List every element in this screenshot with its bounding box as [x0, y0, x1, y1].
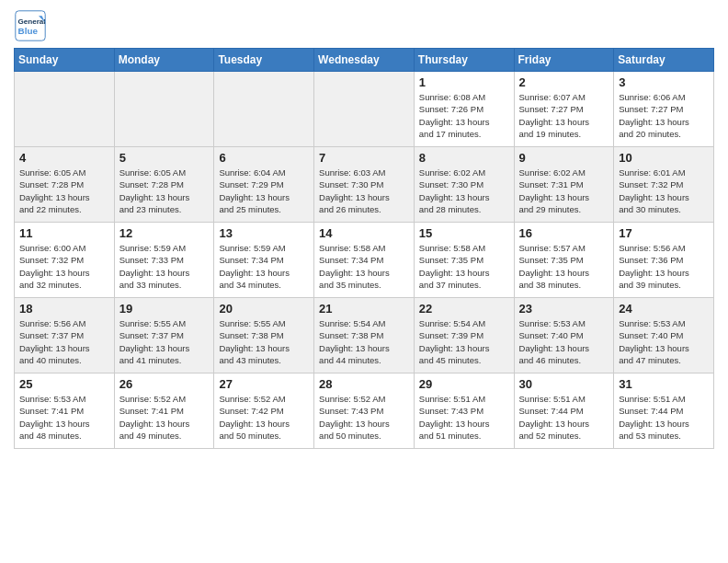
day-number: 20: [219, 302, 309, 316]
day-number: 10: [619, 151, 709, 165]
calendar-cell: 21Sunrise: 5:54 AM Sunset: 7:38 PM Dayli…: [314, 298, 415, 373]
calendar-body: 1Sunrise: 6:08 AM Sunset: 7:26 PM Daylig…: [15, 72, 714, 449]
day-number: 5: [119, 151, 210, 165]
weekday-tuesday: Tuesday: [214, 49, 314, 72]
day-number: 22: [419, 302, 509, 316]
week-row-2: 11Sunrise: 6:00 AM Sunset: 7:32 PM Dayli…: [15, 223, 714, 298]
day-info: Sunrise: 5:59 AM Sunset: 7:34 PM Dayligh…: [219, 242, 309, 291]
day-info: Sunrise: 6:02 AM Sunset: 7:30 PM Dayligh…: [419, 167, 509, 215]
calendar-cell: 3Sunrise: 6:06 AM Sunset: 7:27 PM Daylig…: [614, 72, 714, 147]
calendar-cell: 4Sunrise: 6:05 AM Sunset: 7:28 PM Daylig…: [15, 147, 115, 223]
weekday-sunday: Sunday: [15, 49, 115, 72]
day-info: Sunrise: 5:55 AM Sunset: 7:38 PM Dayligh…: [219, 317, 309, 366]
day-number: 31: [619, 377, 709, 391]
calendar-cell: 16Sunrise: 5:57 AM Sunset: 7:35 PM Dayli…: [514, 223, 614, 298]
day-info: Sunrise: 5:51 AM Sunset: 7:43 PM Dayligh…: [419, 393, 509, 442]
calendar-cell: 11Sunrise: 6:00 AM Sunset: 7:32 PM Dayli…: [15, 223, 115, 298]
day-number: 4: [19, 151, 109, 165]
page-container: General Blue SundayMondayTuesdayWednesda…: [0, 0, 728, 458]
logo-icon: General Blue: [14, 9, 47, 42]
week-row-1: 4Sunrise: 6:05 AM Sunset: 7:28 PM Daylig…: [15, 147, 714, 223]
day-info: Sunrise: 5:53 AM Sunset: 7:41 PM Dayligh…: [19, 393, 109, 442]
calendar-cell: 30Sunrise: 5:51 AM Sunset: 7:44 PM Dayli…: [514, 373, 614, 449]
day-info: Sunrise: 5:53 AM Sunset: 7:40 PM Dayligh…: [519, 317, 609, 366]
day-number: 29: [419, 377, 509, 391]
day-number: 1: [419, 75, 509, 89]
calendar-cell: 12Sunrise: 5:59 AM Sunset: 7:33 PM Dayli…: [114, 223, 214, 298]
calendar-cell: 20Sunrise: 5:55 AM Sunset: 7:38 PM Dayli…: [214, 298, 314, 373]
calendar-cell: 8Sunrise: 6:02 AM Sunset: 7:30 PM Daylig…: [414, 147, 514, 223]
day-info: Sunrise: 5:56 AM Sunset: 7:36 PM Dayligh…: [619, 242, 709, 291]
calendar-cell: 13Sunrise: 5:59 AM Sunset: 7:34 PM Dayli…: [214, 223, 314, 298]
calendar-cell: 24Sunrise: 5:53 AM Sunset: 7:40 PM Dayli…: [614, 298, 714, 373]
calendar-cell: 27Sunrise: 5:52 AM Sunset: 7:42 PM Dayli…: [214, 373, 314, 449]
day-info: Sunrise: 5:52 AM Sunset: 7:43 PM Dayligh…: [319, 393, 409, 442]
calendar-cell: 1Sunrise: 6:08 AM Sunset: 7:26 PM Daylig…: [414, 72, 514, 147]
calendar-cell: 22Sunrise: 5:54 AM Sunset: 7:39 PM Dayli…: [414, 298, 514, 373]
week-row-3: 18Sunrise: 5:56 AM Sunset: 7:37 PM Dayli…: [15, 298, 714, 373]
day-number: 23: [519, 302, 609, 316]
day-info: Sunrise: 5:54 AM Sunset: 7:39 PM Dayligh…: [419, 317, 509, 366]
calendar-cell: 29Sunrise: 5:51 AM Sunset: 7:43 PM Dayli…: [414, 373, 514, 449]
day-number: 2: [519, 75, 609, 89]
weekday-wednesday: Wednesday: [314, 49, 415, 72]
calendar-cell: 25Sunrise: 5:53 AM Sunset: 7:41 PM Dayli…: [15, 373, 115, 449]
day-number: 30: [519, 377, 609, 391]
calendar-cell: 5Sunrise: 6:05 AM Sunset: 7:28 PM Daylig…: [114, 147, 214, 223]
day-info: Sunrise: 5:56 AM Sunset: 7:37 PM Dayligh…: [19, 317, 109, 366]
day-number: 12: [119, 226, 210, 240]
weekday-row: SundayMondayTuesdayWednesdayThursdayFrid…: [15, 49, 714, 72]
day-number: 18: [19, 302, 109, 316]
day-number: 11: [19, 226, 109, 240]
day-info: Sunrise: 6:07 AM Sunset: 7:27 PM Dayligh…: [519, 91, 609, 140]
calendar-cell: 6Sunrise: 6:04 AM Sunset: 7:29 PM Daylig…: [214, 147, 314, 223]
calendar-cell: 14Sunrise: 5:58 AM Sunset: 7:34 PM Dayli…: [314, 223, 415, 298]
calendar-cell: [15, 72, 115, 147]
day-number: 8: [419, 151, 509, 165]
day-info: Sunrise: 5:58 AM Sunset: 7:35 PM Dayligh…: [419, 242, 509, 291]
day-info: Sunrise: 6:04 AM Sunset: 7:29 PM Dayligh…: [219, 167, 309, 215]
day-info: Sunrise: 6:08 AM Sunset: 7:26 PM Dayligh…: [419, 91, 509, 140]
day-info: Sunrise: 5:57 AM Sunset: 7:35 PM Dayligh…: [519, 242, 609, 291]
day-info: Sunrise: 5:52 AM Sunset: 7:42 PM Dayligh…: [219, 393, 309, 442]
calendar-cell: 26Sunrise: 5:52 AM Sunset: 7:41 PM Dayli…: [114, 373, 214, 449]
day-info: Sunrise: 6:05 AM Sunset: 7:28 PM Dayligh…: [119, 167, 210, 215]
calendar-cell: [214, 72, 314, 147]
calendar-header: SundayMondayTuesdayWednesdayThursdayFrid…: [15, 49, 714, 72]
calendar-cell: 15Sunrise: 5:58 AM Sunset: 7:35 PM Dayli…: [414, 223, 514, 298]
day-info: Sunrise: 5:58 AM Sunset: 7:34 PM Dayligh…: [319, 242, 409, 291]
calendar-cell: 28Sunrise: 5:52 AM Sunset: 7:43 PM Dayli…: [314, 373, 415, 449]
day-number: 3: [619, 75, 709, 89]
day-number: 19: [119, 302, 210, 316]
calendar-cell: [314, 72, 415, 147]
svg-text:General: General: [18, 17, 46, 26]
day-number: 24: [619, 302, 709, 316]
day-number: 16: [519, 226, 609, 240]
day-number: 9: [519, 151, 609, 165]
day-number: 7: [319, 151, 409, 165]
day-info: Sunrise: 6:06 AM Sunset: 7:27 PM Dayligh…: [619, 91, 709, 140]
calendar-cell: 19Sunrise: 5:55 AM Sunset: 7:37 PM Dayli…: [114, 298, 214, 373]
weekday-friday: Friday: [514, 49, 614, 72]
day-info: Sunrise: 5:55 AM Sunset: 7:37 PM Dayligh…: [119, 317, 210, 366]
day-info: Sunrise: 5:52 AM Sunset: 7:41 PM Dayligh…: [119, 393, 210, 442]
calendar-cell: 2Sunrise: 6:07 AM Sunset: 7:27 PM Daylig…: [514, 72, 614, 147]
day-info: Sunrise: 5:51 AM Sunset: 7:44 PM Dayligh…: [519, 393, 609, 442]
day-info: Sunrise: 5:53 AM Sunset: 7:40 PM Dayligh…: [619, 317, 709, 366]
day-number: 13: [219, 226, 309, 240]
svg-text:Blue: Blue: [18, 26, 39, 36]
calendar-cell: 31Sunrise: 5:51 AM Sunset: 7:44 PM Dayli…: [614, 373, 714, 449]
calendar-table: SundayMondayTuesdayWednesdayThursdayFrid…: [14, 48, 714, 449]
calendar-cell: 9Sunrise: 6:02 AM Sunset: 7:31 PM Daylig…: [514, 147, 614, 223]
day-info: Sunrise: 6:03 AM Sunset: 7:30 PM Dayligh…: [319, 167, 409, 215]
calendar-cell: 23Sunrise: 5:53 AM Sunset: 7:40 PM Dayli…: [514, 298, 614, 373]
day-number: 17: [619, 226, 709, 240]
day-info: Sunrise: 6:01 AM Sunset: 7:32 PM Dayligh…: [619, 167, 709, 215]
day-info: Sunrise: 5:54 AM Sunset: 7:38 PM Dayligh…: [319, 317, 409, 366]
day-info: Sunrise: 5:59 AM Sunset: 7:33 PM Dayligh…: [119, 242, 210, 291]
calendar-cell: [114, 72, 214, 147]
calendar-cell: 7Sunrise: 6:03 AM Sunset: 7:30 PM Daylig…: [314, 147, 415, 223]
day-number: 14: [319, 226, 409, 240]
weekday-thursday: Thursday: [414, 49, 514, 72]
logo: General Blue: [14, 9, 47, 42]
